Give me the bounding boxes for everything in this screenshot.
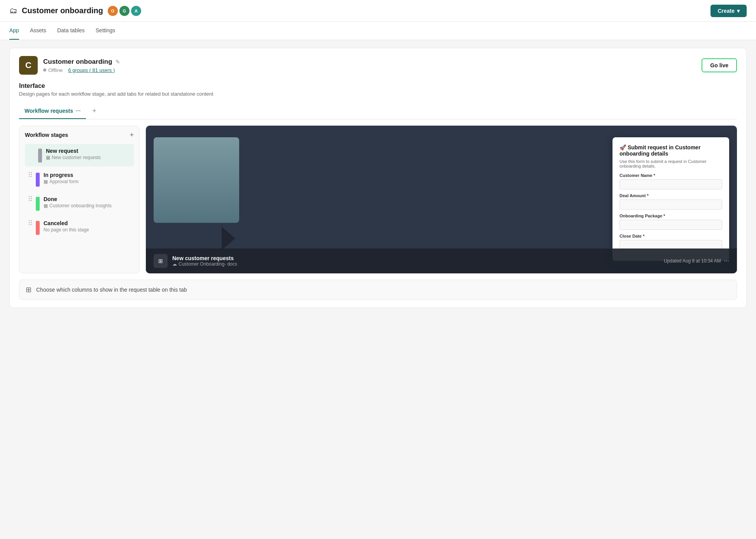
app-card: C Customer onboarding ✎ Offline 6 groups… — [9, 48, 747, 308]
table-icon-3: ▦ — [44, 203, 48, 208]
tab-menu-dots[interactable]: ··· — [75, 107, 80, 114]
columns-icon: ⊞ — [26, 285, 32, 294]
stages-header: Workflow stages + — [25, 131, 134, 138]
stage-name-new-request: New request — [46, 148, 101, 154]
stage-name-canceled: Canceled — [44, 220, 89, 226]
preview-timestamp: Updated Aug 8 at 10:34 AM ··· — [664, 257, 729, 264]
stage-color-new-request — [38, 149, 42, 163]
stage-item-canceled[interactable]: Canceled No page on this stage — [25, 216, 134, 239]
nav-tab-settings[interactable]: Settings — [96, 22, 116, 40]
preview-arrow — [222, 227, 235, 250]
drag-handle-done — [29, 196, 32, 201]
workflow-tab-bar: Workflow requests ··· + — [19, 103, 737, 119]
columns-text: Choose which columns to show in the requ… — [36, 287, 187, 293]
stage-sub-in-progress: ▦ Approval form — [44, 179, 79, 184]
app-header-left: C Customer onboarding ✎ Offline 6 groups… — [19, 56, 120, 75]
nav-tab-data-tables[interactable]: Data tables — [57, 22, 85, 40]
nav-tabs: App Assets Data tables Settings — [0, 22, 756, 40]
form-label-close-date: Close Date * — [620, 234, 722, 238]
stages-panel: Workflow stages + New request ▦ New cust… — [19, 126, 140, 273]
preview-form-card: 🚀 Submit request in Customer onboarding … — [612, 137, 729, 261]
preview-blur-card — [154, 137, 239, 223]
form-label-onboarding-package: Onboarding Package * — [620, 214, 722, 218]
avatar-teal: A — [131, 6, 141, 16]
app-icon: 🗂 — [9, 6, 17, 15]
offline-dot — [43, 68, 46, 72]
stage-color-in-progress — [36, 173, 40, 187]
avatar-group: O G A — [108, 6, 141, 16]
offline-badge: Offline — [43, 67, 63, 73]
workflow-requests-tab[interactable]: Workflow requests ··· — [19, 103, 86, 119]
preview-bottom-left: ⊞ New customer requests ☁ Customer Onboa… — [154, 254, 237, 268]
stage-info-new-request: New request ▦ New customer requests — [46, 148, 101, 160]
stage-info-canceled: Canceled No page on this stage — [44, 220, 89, 233]
preview-doc-sub: ☁ Customer Onboarding- docs — [172, 261, 237, 267]
groups-link[interactable]: 6 groups ( 81 users ) — [68, 67, 115, 73]
app-logo: C — [19, 56, 38, 75]
form-label-deal-amount: Deal Amount * — [620, 193, 722, 198]
top-bar-left: 🗂 Customer onboarding O G A — [9, 6, 141, 16]
stage-info-in-progress: In progress ▦ Approval form — [44, 172, 79, 184]
edit-icon[interactable]: ✎ — [116, 59, 120, 65]
interface-title: Interface — [19, 82, 737, 89]
stage-color-canceled — [36, 221, 40, 235]
app-meta: Offline 6 groups ( 81 users ) — [43, 67, 120, 73]
top-bar: 🗂 Customer onboarding O G A Create ▾ — [0, 0, 756, 22]
stage-item-in-progress[interactable]: In progress ▦ Approval form — [25, 168, 134, 191]
interface-section: Interface Design pages for each workflow… — [19, 82, 737, 300]
form-card-title: 🚀 Submit request in Customer onboarding … — [620, 144, 722, 157]
form-input-customer-name — [620, 179, 722, 189]
go-live-button[interactable]: Go live — [702, 58, 737, 72]
create-button[interactable]: Create ▾ — [710, 5, 747, 17]
stage-name-in-progress: In progress — [44, 172, 79, 178]
app-name-row: Customer onboarding ✎ — [43, 58, 120, 66]
app-header: C Customer onboarding ✎ Offline 6 groups… — [19, 56, 737, 75]
doc-icon: ⊞ — [154, 254, 168, 268]
workflow-tab-label: Workflow requests — [24, 108, 73, 114]
drag-handle-canceled — [29, 220, 32, 225]
cloud-icon: ☁ — [172, 261, 177, 267]
timestamp-menu-dots[interactable]: ··· — [724, 257, 729, 264]
workflow-content: Workflow stages + New request ▦ New cust… — [19, 126, 737, 273]
drag-handle-in-progress — [29, 172, 32, 177]
stage-name-done: Done — [44, 196, 112, 202]
avatar-green: G — [119, 6, 130, 16]
form-card-desc: Use this form to submit a request in Cus… — [620, 159, 722, 168]
stage-sub-canceled: No page on this stage — [44, 227, 89, 233]
columns-section[interactable]: ⊞ Choose which columns to show in the re… — [19, 280, 737, 300]
avatar-orange: O — [108, 6, 118, 16]
form-input-deal-amount — [620, 200, 722, 210]
stage-sub-done: ▦ Customer onboarding Insights — [44, 203, 112, 208]
stages-title: Workflow stages — [25, 132, 68, 138]
stage-info-done: Done ▦ Customer onboarding Insights — [44, 196, 112, 208]
app-title: Customer onboarding — [22, 6, 103, 15]
main-content: C Customer onboarding ✎ Offline 6 groups… — [0, 40, 756, 316]
table-icon: ▦ — [46, 155, 50, 160]
preview-panel: 🚀 Submit request in Customer onboarding … — [146, 126, 737, 273]
add-stage-button[interactable]: + — [130, 131, 134, 138]
offline-label: Offline — [48, 67, 63, 73]
app-name: Customer onboarding — [43, 58, 112, 66]
form-input-onboarding-package — [620, 220, 722, 230]
app-info: Customer onboarding ✎ Offline 6 groups (… — [43, 58, 120, 73]
interface-desc: Design pages for each workflow stage, an… — [19, 91, 737, 97]
stage-sub-new-request: ▦ New customer requests — [46, 155, 101, 160]
chevron-down-icon: ▾ — [737, 8, 740, 14]
add-tab-button[interactable]: + — [89, 103, 100, 119]
stage-item-new-request[interactable]: New request ▦ New customer requests — [25, 144, 134, 166]
nav-tab-assets[interactable]: Assets — [30, 22, 46, 40]
preview-doc-info: New customer requests ☁ Customer Onboard… — [172, 255, 237, 267]
preview-bottom-bar: ⊞ New customer requests ☁ Customer Onboa… — [146, 248, 737, 273]
stage-color-done — [36, 197, 40, 211]
form-label-customer-name: Customer Name * — [620, 173, 722, 178]
table-icon-2: ▦ — [44, 179, 48, 184]
preview-doc-title: New customer requests — [172, 255, 237, 261]
document-icon: ⊞ — [158, 258, 163, 264]
nav-tab-app[interactable]: App — [9, 22, 19, 40]
stage-item-done[interactable]: Done ▦ Customer onboarding Insights — [25, 192, 134, 215]
